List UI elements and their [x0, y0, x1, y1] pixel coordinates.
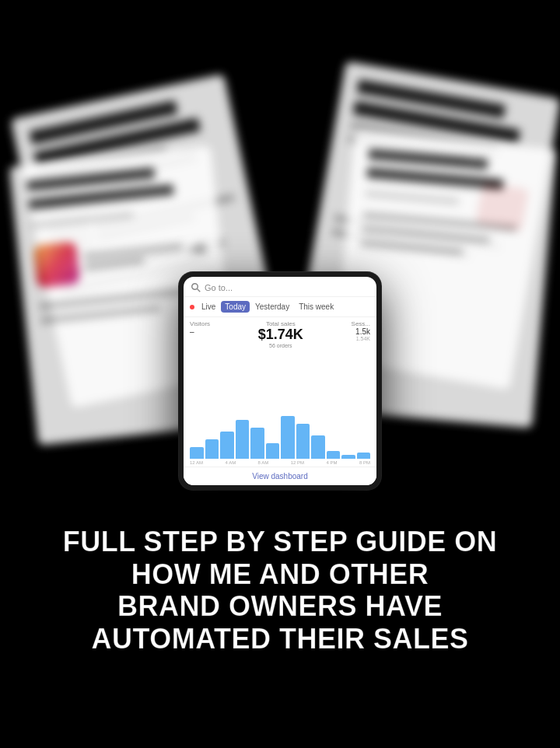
- chart-bar: [311, 435, 325, 459]
- chart-bar: [205, 439, 219, 459]
- chart-container: 12 AM4 AM8 AM12 PM4 PM8 PM: [184, 348, 376, 467]
- chart-bar: [250, 428, 264, 459]
- bottom-text: FULL STEP BY STEP GUIDE ON HOW ME AND OT…: [0, 526, 560, 655]
- chart-x-label: 12 AM: [190, 460, 203, 465]
- tab-yesterday[interactable]: Yesterday: [251, 301, 293, 313]
- headline-line2: BRAND OWNERS HAVE AUTOMATED THEIR SALES: [31, 590, 529, 655]
- svg-point-0: [192, 284, 198, 290]
- chart-x-label: 4 PM: [326, 460, 337, 465]
- metrics-row: Visitors – Total sales $1.74K 56 orders …: [184, 317, 376, 348]
- tablet-device: Go to... Live Today Yesterday This week …: [179, 272, 381, 490]
- chart-bars: [190, 351, 370, 459]
- visitors-value: –: [190, 327, 194, 336]
- sessions-label: Sess...: [352, 320, 370, 327]
- tablet-screen: Go to... Live Today Yesterday This week …: [184, 277, 376, 485]
- tab-this-week[interactable]: This week: [295, 301, 338, 313]
- chart-bar: [190, 447, 204, 459]
- chart-x-label: 12 PM: [291, 460, 304, 465]
- view-dashboard-button[interactable]: View dashboard: [184, 467, 376, 485]
- chart-bar: [327, 451, 341, 459]
- orders-count: 56 orders: [269, 343, 292, 348]
- search-placeholder: Go to...: [205, 283, 233, 292]
- tab-live[interactable]: Live: [198, 301, 219, 313]
- search-bar[interactable]: Go to...: [184, 277, 376, 297]
- chart-bar: [281, 416, 295, 459]
- live-indicator: [190, 305, 194, 309]
- search-icon: [191, 283, 201, 292]
- chart-bar: [236, 420, 250, 459]
- chart-bar: [220, 432, 234, 459]
- chart-x-label: 8 AM: [258, 460, 269, 465]
- chart-bar: [357, 453, 371, 459]
- chart-x-labels: 12 AM4 AM8 AM12 PM4 PM8 PM: [190, 459, 370, 467]
- chart-x-label: 4 AM: [225, 460, 236, 465]
- sessions-sub: 1.54K: [356, 336, 370, 341]
- sessions-value: 1.5k: [355, 327, 370, 336]
- chart-bar: [266, 443, 280, 459]
- sales-amount: $1.74K: [258, 327, 303, 343]
- chart-x-label: 8 PM: [359, 460, 370, 465]
- chart-bar: [296, 424, 310, 459]
- svg-line-1: [198, 289, 201, 292]
- headline-line1: FULL STEP BY STEP GUIDE ON HOW ME AND OT…: [31, 526, 529, 590]
- tab-today[interactable]: Today: [221, 301, 250, 313]
- visitors-label: Visitors: [190, 320, 210, 327]
- nav-tabs: Live Today Yesterday This week: [184, 297, 376, 317]
